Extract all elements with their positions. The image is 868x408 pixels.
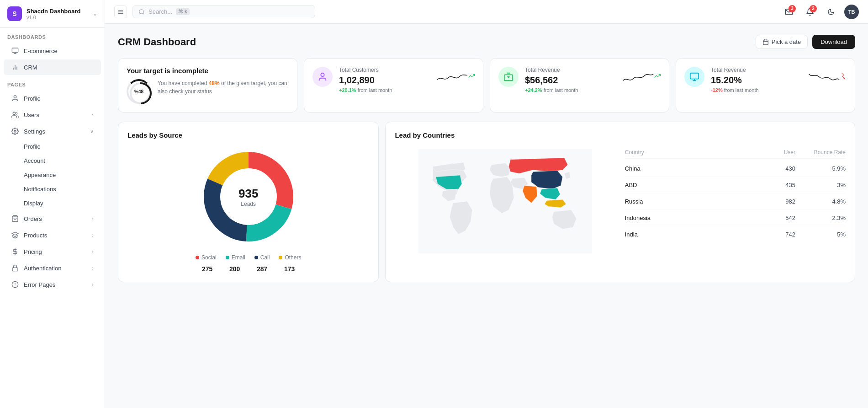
theme-toggle-button[interactable] bbox=[823, 4, 839, 20]
revenue-pct-label: Total Revenue bbox=[711, 67, 802, 73]
pricing-icon bbox=[11, 247, 19, 256]
orders-icon bbox=[11, 215, 19, 223]
call-value: 287 bbox=[253, 265, 271, 273]
page-header: CRM Dashboard Pick a date Download bbox=[118, 35, 855, 49]
sidebar-sub-display[interactable]: Display bbox=[4, 197, 101, 210]
sidebar-item-settings[interactable]: Settings ∨ bbox=[4, 123, 101, 139]
sidebar-item-ecommerce[interactable]: E-commerce bbox=[4, 43, 101, 59]
country-bounce: 5% bbox=[800, 231, 846, 238]
sidebar-toggle-chevron[interactable]: ⌄ bbox=[93, 11, 97, 17]
sidebar-item-orders[interactable]: Orders › bbox=[4, 211, 101, 226]
svg-point-17 bbox=[139, 9, 143, 13]
avatar[interactable]: TB bbox=[844, 5, 859, 19]
ecommerce-icon bbox=[11, 47, 19, 55]
revenue-value: $56,562 bbox=[525, 75, 616, 86]
others-value: 173 bbox=[281, 265, 299, 273]
customers-card: Total Customers 1,02,890 +20.1% from las… bbox=[304, 58, 483, 113]
target-description: You have completed 48% of the given targ… bbox=[158, 79, 289, 96]
world-map-svg bbox=[418, 146, 592, 256]
sidebar-item-products[interactable]: Products › bbox=[4, 227, 101, 243]
country-bounce: 2.3% bbox=[800, 215, 846, 221]
sidebar-item-authentication-label: Authentication bbox=[24, 265, 61, 272]
revenue-pct-metric: Total Revenue 15.20% -12% from last mont… bbox=[684, 67, 847, 93]
country-name: China bbox=[625, 165, 754, 172]
date-picker-button[interactable]: Pick a date bbox=[756, 35, 808, 49]
revenue-metric: Total Revenue $56,562 +24.2% from last m… bbox=[498, 67, 661, 93]
target-body: %48 You have completed 48% of the given … bbox=[127, 79, 289, 104]
sidebar-logo: S Shacdn Dashboard v1.0 ⌄ bbox=[0, 0, 105, 28]
donut-total: 935 bbox=[238, 187, 258, 201]
main-area: Search... ⌘ k 3 2 TB CRM Dashboard bbox=[105, 0, 868, 408]
revenue-mini-chart bbox=[622, 67, 661, 85]
leads-values: 275 200 287 173 bbox=[198, 265, 299, 273]
sidebar-item-users[interactable]: Users › bbox=[4, 107, 101, 123]
topbar-actions: 3 2 TB bbox=[781, 4, 859, 20]
table-row: China 430 5.9% bbox=[625, 161, 846, 177]
legend-email: Email bbox=[226, 254, 245, 261]
orders-chevron-icon: › bbox=[92, 216, 94, 221]
customers-value: 1,02,890 bbox=[339, 75, 430, 86]
sidebar-sub-profile-label: Profile bbox=[24, 143, 41, 150]
sidebar: S Shacdn Dashboard v1.0 ⌄ Dashboards E-c… bbox=[0, 0, 105, 408]
country-user: 435 bbox=[759, 182, 795, 188]
sidebar-sub-profile[interactable]: Profile bbox=[4, 140, 101, 153]
table-row: India 742 5% bbox=[625, 226, 846, 242]
sidebar-item-pricing-label: Pricing bbox=[24, 248, 42, 255]
countries-rows: China 430 5.9% ABD 435 3% Russia 982 4.8… bbox=[625, 161, 846, 242]
countries-card: Lead by Countries bbox=[385, 122, 855, 282]
mail-badge: 3 bbox=[789, 5, 796, 12]
sidebar-toggle-button[interactable] bbox=[114, 5, 127, 18]
country-name: Russia bbox=[625, 198, 754, 205]
sidebar-item-users-label: Users bbox=[24, 112, 39, 118]
sidebar-item-authentication[interactable]: Authentication › bbox=[4, 260, 101, 276]
crm-icon bbox=[11, 63, 19, 71]
customers-label: Total Customers bbox=[339, 67, 430, 73]
social-value: 275 bbox=[198, 265, 217, 273]
app-name: Shacdn Dashboard bbox=[26, 8, 93, 15]
customers-change: +20.1% from last month bbox=[339, 87, 430, 93]
svg-point-4 bbox=[14, 96, 16, 98]
col-country: Country bbox=[625, 149, 754, 156]
sidebar-item-profile[interactable]: Profile bbox=[4, 91, 101, 106]
customers-mini-chart bbox=[436, 67, 475, 85]
app-version: v1.0 bbox=[26, 15, 93, 20]
social-label: Social bbox=[201, 254, 217, 261]
revenue-pct-icon bbox=[684, 67, 704, 87]
products-icon bbox=[11, 231, 19, 239]
social-dot bbox=[196, 256, 199, 259]
notifications-button[interactable]: 2 bbox=[802, 4, 818, 20]
table-row: ABD 435 3% bbox=[625, 177, 846, 193]
sidebar-item-settings-label: Settings bbox=[24, 128, 45, 135]
mail-button[interactable]: 3 bbox=[781, 4, 797, 20]
others-dot bbox=[279, 256, 282, 259]
sidebar-item-error-pages[interactable]: Error Pages › bbox=[4, 277, 101, 292]
revenue-change: +24.2% from last month bbox=[525, 87, 616, 93]
sidebar-item-pricing[interactable]: Pricing › bbox=[4, 244, 101, 259]
app-logo-icon: S bbox=[7, 6, 22, 21]
svg-line-18 bbox=[143, 13, 144, 14]
sidebar-item-crm[interactable]: CRM bbox=[4, 59, 101, 75]
leads-by-source-title: Leads by Source bbox=[127, 131, 369, 139]
leads-legend: Social Email Call Others bbox=[196, 254, 301, 261]
donut-label: Leads bbox=[238, 201, 258, 207]
target-percent: %48 bbox=[134, 89, 143, 94]
search-box[interactable]: Search... ⌘ k bbox=[132, 5, 315, 18]
download-button[interactable]: Download bbox=[812, 35, 855, 49]
customers-metric: Total Customers 1,02,890 +20.1% from las… bbox=[312, 67, 475, 93]
target-title: Your target is incomplete bbox=[127, 67, 289, 75]
table-row: Russia 982 4.8% bbox=[625, 193, 846, 210]
sidebar-sub-account[interactable]: Account bbox=[4, 154, 101, 167]
legend-social: Social bbox=[196, 254, 217, 261]
svg-marker-8 bbox=[12, 232, 18, 235]
revenue-pct-value: 15.20% bbox=[711, 75, 802, 86]
revenue-info: Total Revenue $56,562 +24.2% from last m… bbox=[525, 67, 616, 93]
revenue-card: Total Revenue $56,562 +24.2% from last m… bbox=[490, 58, 669, 113]
moon-icon bbox=[827, 8, 835, 16]
sidebar-sub-appearance[interactable]: Appearance bbox=[4, 168, 101, 182]
revenue-pct-card: Total Revenue 15.20% -12% from last mont… bbox=[676, 58, 855, 113]
target-circle: %48 bbox=[127, 79, 151, 104]
call-dot bbox=[254, 256, 258, 259]
topbar: Search... ⌘ k 3 2 TB bbox=[105, 0, 868, 24]
country-bounce: 4.8% bbox=[800, 198, 846, 205]
sidebar-sub-notifications[interactable]: Notifications bbox=[4, 183, 101, 196]
